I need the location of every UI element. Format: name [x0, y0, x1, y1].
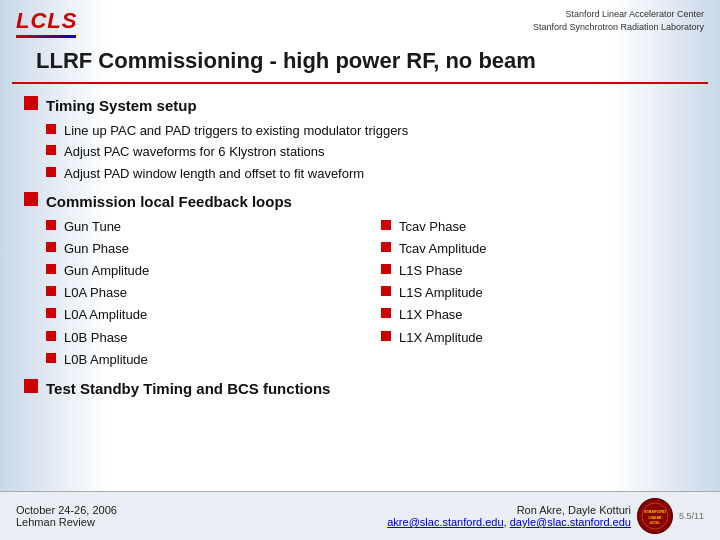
sub-bullet-icon: [46, 353, 56, 363]
sub-bullet-icon: [46, 331, 56, 341]
list-item: L1X Phase: [381, 305, 696, 325]
main-bullet-commission-label: Commission local Feedback loops: [46, 190, 292, 213]
list-item: Gun Amplitude: [46, 261, 361, 281]
sub-bullet-text: Tcav Phase: [399, 217, 466, 237]
footer-event: Lehman Review: [16, 516, 117, 528]
slide-title: LLRF Commissioning - high power RF, no b…: [12, 42, 708, 84]
sub-bullet-text: Gun Tune: [64, 217, 121, 237]
main-bullet-commission: Commission local Feedback loops: [24, 190, 696, 213]
footer: October 24-26, 2006 Lehman Review Ron Ak…: [0, 491, 720, 540]
sub-bullet-icon: [46, 286, 56, 296]
two-col-bullets-commission: Gun Tune Tcav Phase Gun Phase Tcav Ampli…: [46, 217, 696, 371]
sub-bullet-icon: [46, 124, 56, 134]
list-item: L0A Phase: [46, 283, 361, 303]
list-item: Adjust PAC waveforms for 6 Klystron stat…: [46, 142, 696, 162]
slide-number: 5.5/11: [679, 511, 704, 521]
sub-bullet-text: L1X Phase: [399, 305, 463, 325]
section-timing: Timing System setup Line up PAC and PAD …: [24, 94, 696, 184]
sub-bullet-icon: [381, 242, 391, 252]
list-item: L1X Amplitude: [381, 328, 696, 348]
lcls-logo: LCLS: [16, 8, 77, 34]
sub-bullet-text: Gun Amplitude: [64, 261, 149, 281]
sub-bullet-icon: [381, 220, 391, 230]
org-line1: Stanford Linear Accelerator Center: [533, 8, 704, 21]
stanford-seal: STANFORD LINEAR ACCEL: [637, 498, 673, 534]
header-right: Stanford Linear Accelerator Center Stanf…: [533, 8, 704, 33]
sub-bullet-icon: [46, 308, 56, 318]
footer-email1[interactable]: akre@slac.stanford.edu: [387, 516, 503, 528]
footer-logos: Ron Akre, Dayle Kotturi akre@slac.stanfo…: [387, 498, 704, 534]
svg-text:ACCEL: ACCEL: [650, 521, 661, 525]
list-item: Tcav Amplitude: [381, 239, 696, 259]
sub-bullet-text: Gun Phase: [64, 239, 129, 259]
main-bullet-test-label: Test Standby Timing and BCS functions: [46, 377, 330, 400]
sub-bullet-icon: [46, 167, 56, 177]
sub-bullet-icon: [381, 308, 391, 318]
list-item: L0A Amplitude: [46, 305, 361, 325]
list-item: L0B Phase: [46, 328, 361, 348]
footer-emails: akre@slac.stanford.edu, dayle@slac.stanf…: [387, 516, 631, 528]
main-bullet-test: Test Standby Timing and BCS functions: [24, 377, 696, 400]
sub-bullet-text: Tcav Amplitude: [399, 239, 486, 259]
list-item: L0B Amplitude: [46, 350, 361, 370]
logo-area: LCLS: [16, 8, 77, 38]
header: LCLS Stanford Linear Accelerator Center …: [0, 0, 720, 42]
sub-bullet-icon: [46, 264, 56, 274]
footer-right: Ron Akre, Dayle Kotturi akre@slac.stanfo…: [387, 504, 631, 528]
sub-bullet-text: L0A Amplitude: [64, 305, 147, 325]
list-item: Adjust PAD window length and offset to f…: [46, 164, 696, 184]
footer-authors: Ron Akre, Dayle Kotturi: [387, 504, 631, 516]
sub-bullet-text: L0B Phase: [64, 328, 128, 348]
sub-bullet-icon: [381, 286, 391, 296]
svg-text:STANFORD: STANFORD: [644, 509, 666, 514]
sub-bullet-icon: [381, 264, 391, 274]
bullet-icon-test: [24, 379, 38, 393]
sub-bullet-text: Adjust PAC waveforms for 6 Klystron stat…: [64, 142, 325, 162]
sub-bullet-icon: [46, 242, 56, 252]
sub-bullet-text: L1S Amplitude: [399, 283, 483, 303]
sub-bullet-icon: [46, 145, 56, 155]
svg-text:LINEAR: LINEAR: [648, 516, 662, 520]
sub-bullet-text: L0B Amplitude: [64, 350, 148, 370]
section-commission: Commission local Feedback loops Gun Tune…: [24, 190, 696, 371]
sub-bullet-text: L1X Amplitude: [399, 328, 483, 348]
bullet-icon-commission: [24, 192, 38, 206]
list-item: Gun Phase: [46, 239, 361, 259]
slide-content: Timing System setup Line up PAC and PAD …: [0, 84, 720, 491]
footer-left: October 24-26, 2006 Lehman Review: [16, 504, 117, 528]
list-item: L1S Amplitude: [381, 283, 696, 303]
sub-bullet-icon: [46, 220, 56, 230]
main-bullet-timing: Timing System setup: [24, 94, 696, 117]
sub-bullet-text: Adjust PAD window length and offset to f…: [64, 164, 364, 184]
list-item: Gun Tune: [46, 217, 361, 237]
footer-email2[interactable]: dayle@slac.stanford.edu: [510, 516, 631, 528]
list-item: Line up PAC and PAD triggers to existing…: [46, 121, 696, 141]
slide-container: LCLS Stanford Linear Accelerator Center …: [0, 0, 720, 540]
section-test: Test Standby Timing and BCS functions: [24, 377, 696, 400]
list-item: Tcav Phase: [381, 217, 696, 237]
org-line2: Stanford Synchrotron Radiation Laborator…: [533, 21, 704, 34]
sub-bullet-icon: [381, 331, 391, 341]
list-item: L1S Phase: [381, 261, 696, 281]
logo-underline: [16, 35, 76, 38]
sub-bullet-text: Line up PAC and PAD triggers to existing…: [64, 121, 408, 141]
sub-bullet-text: L0A Phase: [64, 283, 127, 303]
footer-date: October 24-26, 2006: [16, 504, 117, 516]
bullet-icon-timing: [24, 96, 38, 110]
main-bullet-timing-label: Timing System setup: [46, 94, 197, 117]
sub-bullet-text: L1S Phase: [399, 261, 463, 281]
sub-bullets-timing: Line up PAC and PAD triggers to existing…: [46, 121, 696, 183]
